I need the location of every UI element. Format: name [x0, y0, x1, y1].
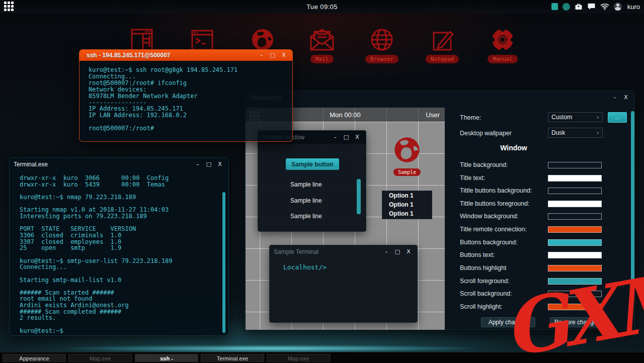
option-item[interactable]: Option 1: [382, 200, 432, 209]
taskbar-item-appearance[interactable]: Appearance: [3, 354, 66, 362]
notepad-icon: [430, 28, 455, 52]
wifi-icon[interactable]: [600, 3, 609, 10]
terminal-scrollbar[interactable]: [222, 192, 225, 333]
terminal-titlebar[interactable]: Terminal.exe – □ X: [10, 158, 228, 171]
desktop-icon-manual[interactable]: Manual: [480, 28, 525, 63]
color-swatch-window-background[interactable]: [548, 213, 602, 220]
wallpaper-dropdown[interactable]: Dusk ∨: [548, 128, 603, 138]
taskbar: Appearance Map.exe ssh - Terminal.exe Ma…: [0, 352, 644, 363]
close-icon[interactable]: X: [621, 94, 630, 102]
minimize-icon[interactable]: –: [193, 160, 202, 168]
apply-changes-button[interactable]: Apply changes: [481, 317, 535, 327]
sample-terminal-prompt[interactable]: Localhost/>: [283, 263, 327, 271]
terminal-output[interactable]: drwxr-xr-x kuro 3066 00:00 Config drwxr-…: [20, 175, 172, 334]
setting-label: Title background:: [460, 161, 508, 168]
close-icon[interactable]: X: [353, 133, 362, 141]
chevron-down-icon: ∨: [596, 115, 599, 120]
sample-terminal-titlebar[interactable]: Sample Terminal – □ X: [270, 245, 417, 258]
desktop-icon-terminal[interactable]: [180, 28, 225, 52]
appearance-titlebar[interactable]: Appearance – X: [245, 91, 634, 104]
taskbar-item-ssh[interactable]: ssh -: [135, 354, 198, 362]
icon-label: Mail: [310, 55, 334, 63]
browser-globe-icon: [369, 28, 394, 52]
ssh-titlebar[interactable]: ssh - 194.85.245.171@500007 – □ X: [79, 50, 292, 61]
color-swatch-title-background[interactable]: [548, 162, 602, 168]
user-avatar[interactable]: [614, 3, 622, 11]
color-swatch-scroll-background[interactable]: [548, 291, 602, 297]
appearance-window: Appearance – X Mon 00:00 User: [245, 90, 635, 330]
sample-window: Sample window – □ X Sample button Sample…: [258, 130, 366, 232]
desktop: Tue 09:05 kuro: [0, 0, 644, 363]
settings-scrollbar[interactable]: [631, 111, 634, 282]
color-swatch-scroll-highlight[interactable]: [548, 304, 602, 310]
tray-circle-icon[interactable]: [562, 3, 570, 11]
color-swatch-buttons-text[interactable]: [548, 252, 602, 258]
setting-label: Tittle buttons foreground:: [460, 200, 530, 207]
sample-line[interactable]: Sample line: [290, 181, 322, 188]
color-swatch-buttons-highlight[interactable]: [548, 265, 602, 271]
terminal-icon: [190, 28, 215, 52]
setting-label: Buttons background:: [460, 239, 518, 246]
window-title: Sample Terminal: [274, 248, 318, 255]
ssh-window: ssh - 194.85.245.171@500007 – □ X kuro@t…: [79, 49, 293, 142]
sample-icon-label: Sample: [393, 168, 421, 176]
taskbar-item-map[interactable]: Map.exe: [68, 354, 132, 362]
username: kuro: [627, 3, 640, 11]
close-icon[interactable]: X: [279, 51, 288, 59]
color-swatch-title-remote-connection[interactable]: [548, 226, 602, 233]
preview-sample-icon[interactable]: Sample: [392, 136, 422, 176]
theme-more-button[interactable]: ...: [608, 112, 627, 123]
desktop-icon-browser[interactable]: Browser: [359, 28, 405, 63]
manual-icon: [490, 28, 515, 52]
taskbar-item-terminal[interactable]: Terminal.exe: [201, 354, 264, 362]
restore-changes-button[interactable]: Restore changes: [550, 317, 604, 327]
sample-line[interactable]: Sample line: [290, 197, 322, 204]
preview-option-list: Option 1 Option 1 Option 1: [382, 191, 432, 219]
color-swatch-title-text[interactable]: [548, 175, 602, 182]
setting-label: Title text:: [460, 174, 485, 182]
ssh-output[interactable]: kuro@test:~$ ssh root@g8gk 194.85.245.17…: [89, 67, 237, 132]
globe-icon: [250, 28, 275, 52]
desktop-icon-file-manager[interactable]: [119, 28, 165, 52]
theme-value: Custom: [551, 114, 572, 121]
minimize-icon[interactable]: –: [382, 248, 391, 256]
minimize-icon[interactable]: –: [331, 133, 340, 141]
icon-label: Browser: [365, 55, 398, 63]
close-icon[interactable]: X: [215, 160, 224, 168]
close-icon[interactable]: X: [404, 248, 413, 256]
sample-button[interactable]: Sample button: [286, 158, 339, 170]
desktop-icon-notepad[interactable]: Notepad: [420, 28, 465, 63]
maximize-icon[interactable]: □: [204, 160, 213, 168]
terminal-window: Terminal.exe – □ X drwxr-xr-x kuro 3066 …: [9, 157, 229, 336]
horizon-glow: [0, 345, 644, 352]
taskbar-item-map-2[interactable]: Map.exe: [267, 354, 330, 362]
color-swatch-scroll-foreground[interactable]: [548, 278, 602, 285]
icon-label: Notepad: [426, 55, 459, 63]
chat-icon[interactable]: [587, 3, 596, 11]
sample-line[interactable]: Sample line: [290, 213, 322, 220]
sample-scrollbar[interactable]: [357, 179, 361, 214]
maximize-icon[interactable]: □: [268, 51, 277, 59]
theme-label: Theme:: [460, 114, 481, 121]
system-tray: kuro: [551, 0, 640, 13]
setting-label: Scroll highlight:: [460, 303, 503, 310]
tray-square-icon[interactable]: [551, 3, 558, 10]
option-item[interactable]: Option 1: [382, 209, 432, 218]
setting-label: Buttons text:: [460, 251, 495, 258]
minimize-icon[interactable]: –: [257, 51, 266, 59]
top-bar: Tue 09:05 kuro: [0, 0, 644, 13]
color-swatch-title-buttons-foreground[interactable]: [548, 201, 602, 207]
window-title: ssh - 194.85.245.171@500007: [84, 52, 171, 59]
color-swatch-title-buttons-background[interactable]: [548, 188, 602, 194]
theme-dropdown[interactable]: Custom ∨: [548, 112, 603, 122]
setting-label: Scroll foreground:: [460, 278, 510, 285]
setting-label: Tittle buttons background:: [460, 187, 532, 194]
option-item[interactable]: Option 1: [382, 191, 432, 200]
desktop-icon-globe[interactable]: [240, 28, 285, 52]
minimize-icon[interactable]: –: [610, 94, 619, 102]
briefcase-icon[interactable]: [575, 3, 583, 11]
desktop-icon-mail[interactable]: Mail: [299, 28, 345, 63]
maximize-icon[interactable]: □: [342, 133, 351, 141]
maximize-icon[interactable]: □: [393, 248, 402, 256]
color-swatch-buttons-background[interactable]: [548, 239, 602, 246]
